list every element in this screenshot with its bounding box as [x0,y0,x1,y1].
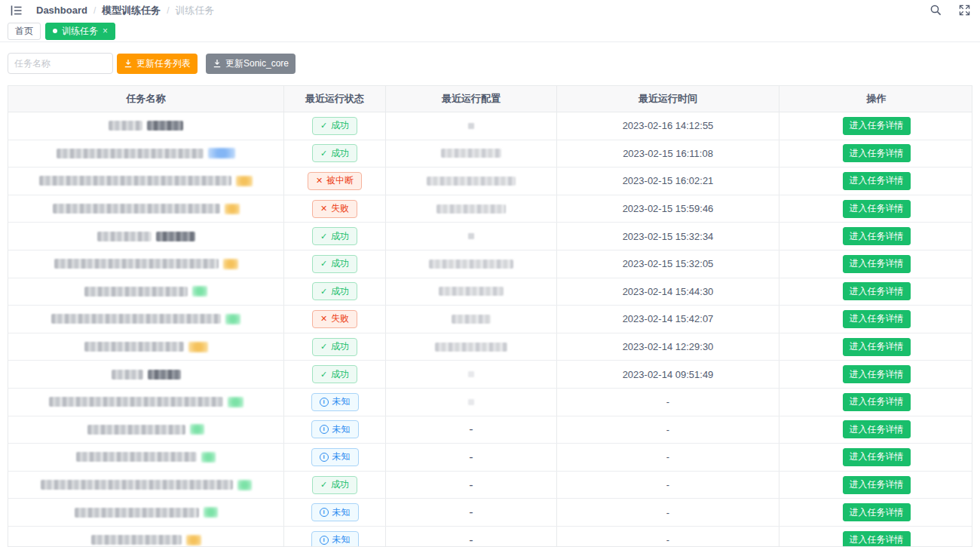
enter-task-detail-button[interactable]: 进入任务详情 [843,227,911,245]
task-name-cell [8,140,283,167]
breadcrumb-separator: / [93,5,96,16]
enter-task-detail-button[interactable]: 进入任务详情 [843,282,911,300]
tab-training-tasks[interactable]: 训练任务 × [45,23,115,40]
enter-task-detail-button[interactable]: 进入任务详情 [843,420,911,438]
status-label: 成功 [331,478,349,491]
status-label: 未知 [332,450,351,463]
action-cell: 进入任务详情 [779,112,972,140]
update-sonic-core-label: 更新Sonic_core [225,57,289,70]
status-label: 成功 [331,340,349,353]
enter-task-detail-button[interactable]: 进入任务详情 [843,117,911,135]
run-time-cell: 2023-02-16 14:12:55 [556,112,779,140]
enter-task-detail-button[interactable]: 进入任务详情 [843,476,911,494]
task-name-cell [8,389,283,416]
status-label: 成功 [331,257,349,270]
column-header-run-time: 最近运行时间 [556,86,779,112]
status-badge: i 未知 [311,448,359,466]
enter-task-detail-button[interactable]: 进入任务详情 [843,310,911,328]
tab-close-icon[interactable]: × [103,26,108,35]
action-cell: 进入任务详情 [779,278,972,306]
status-badge: ✓ 成功 [312,117,357,135]
run-time-cell: - [556,527,779,547]
status-icon: ✓ [320,121,327,130]
table-row: ✕ 被中断 2023-02-15 16:02:21 进入任务详情 [8,167,972,195]
config-cell [385,389,556,416]
config-cell [385,140,556,167]
redacted-task-name [84,342,184,352]
config-cell: - [385,444,556,471]
fullscreen-icon[interactable] [957,4,971,17]
config-cell [385,306,556,333]
blue-tag [208,148,235,158]
redacted-config [436,204,506,214]
enter-task-detail-button[interactable]: 进入任务详情 [843,172,911,190]
redacted-task-name [91,535,182,545]
enter-task-detail-button[interactable]: 进入任务详情 [843,393,911,411]
status-icon: ✕ [320,315,327,323]
redacted-task-name [39,176,231,186]
status-label: 成功 [331,285,349,298]
green-tag [237,480,252,490]
status-cell: ✕ 被中断 [283,167,385,195]
config-cell: - [385,416,556,444]
table-row: ✓ 成功 2023-02-14 09:51:49 进入任务详情 [8,361,972,389]
run-time-cell: - [556,389,779,416]
enter-task-detail-button[interactable]: 进入任务详情 [843,144,911,162]
redacted-config [429,260,513,269]
task-name-cell [8,278,283,306]
run-time-cell: 2023-02-15 15:32:34 [556,223,779,250]
action-cell: 进入任务详情 [779,444,972,471]
green-tag [204,507,218,518]
table-row: ✕ 失败 2023-02-15 15:59:46 进入任务详情 [8,195,972,223]
yellow-tag [186,535,201,545]
redacted-task-name [76,452,197,462]
enter-task-detail-button[interactable]: 进入任务详情 [843,448,911,466]
top-bar: Dashboard / 模型训练任务 / 训练任务 [0,0,980,20]
breadcrumb-model-training[interactable]: 模型训练任务 [102,4,161,17]
update-task-list-button[interactable]: 更新任务列表 [117,54,198,74]
redacted-task-name [156,232,195,241]
redacted-config [427,177,516,186]
enter-task-detail-button[interactable]: 进入任务详情 [843,531,911,547]
table-row: i 未知 - - 进入任务详情 [8,499,972,527]
action-cell: 进入任务详情 [779,361,972,388]
tag-nav-bar: 首页 训练任务 × [0,20,980,42]
status-cell: ✓ 成功 [283,472,385,499]
breadcrumb-dashboard[interactable]: Dashboard [36,5,87,16]
enter-task-detail-button[interactable]: 进入任务详情 [843,338,911,356]
redacted-task-name [97,232,152,241]
action-cell: 进入任务详情 [779,527,972,547]
table-row: ✓ 成功 2023-02-14 15:44:30 进入任务详情 [8,278,972,306]
tab-home[interactable]: 首页 [8,23,41,40]
update-sonic-core-button[interactable]: 更新Sonic_core [206,54,296,74]
config-cell [385,223,556,250]
green-tag [192,286,207,297]
task-table: 任务名称 最近运行状态 最近运行配置 最近运行时间 操作 ✓ 成功 2023-0… [8,85,972,547]
status-badge: i 未知 [311,503,359,521]
task-name-cell [8,361,283,388]
yellow-tag [225,204,240,214]
status-cell: ✓ 成功 [283,250,385,278]
status-cell: i 未知 [283,444,385,471]
column-header-run-config: 最近运行配置 [385,86,556,112]
collapse-menu-icon[interactable] [9,3,24,18]
task-name-input[interactable] [8,53,113,74]
search-icon[interactable] [929,4,942,17]
action-cell: 进入任务详情 [779,306,972,333]
enter-task-detail-button[interactable]: 进入任务详情 [843,365,911,383]
run-time-cell: - [556,416,779,444]
enter-task-detail-button[interactable]: 进入任务详情 [843,503,911,521]
enter-task-detail-button[interactable]: 进入任务详情 [843,200,911,218]
redacted-task-name [84,287,188,297]
enter-task-detail-button[interactable]: 进入任务详情 [843,255,911,273]
status-badge: ✓ 成功 [312,144,357,162]
action-cell: 进入任务详情 [779,333,972,361]
task-name-cell [8,527,283,547]
action-cell: 进入任务详情 [779,389,972,416]
column-header-action: 操作 [779,86,972,112]
task-name-cell [8,306,283,333]
yellow-tag [188,342,208,352]
table-header-row: 任务名称 最近运行状态 最近运行配置 最近运行时间 操作 [8,86,972,112]
green-tag [190,424,204,435]
status-label: 未知 [332,506,351,519]
